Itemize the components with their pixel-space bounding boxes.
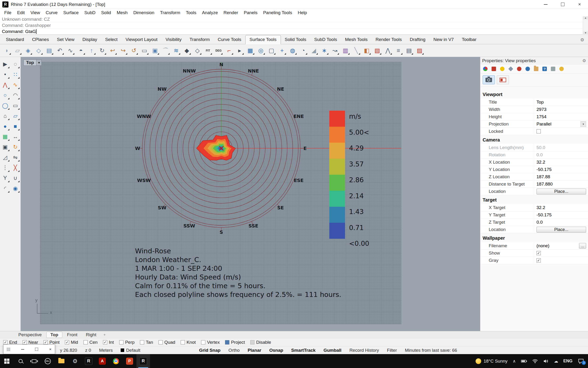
viewport-tab-top[interactable]: Top — [46, 332, 62, 338]
menu-transform[interactable]: Transform — [157, 9, 183, 16]
gray-checkbox[interactable] — [536, 258, 541, 263]
x-location-value[interactable]: 32.2 — [536, 160, 586, 165]
curve-arrow-icon[interactable]: ↝ — [330, 46, 339, 55]
task-view-button[interactable] — [27, 354, 41, 368]
circle-icon[interactable]: ○ — [0, 90, 10, 100]
menu-paneling-tools[interactable]: Paneling Tools — [260, 9, 295, 16]
title-value[interactable]: Top — [536, 100, 586, 105]
zigzag-curve-icon[interactable]: ⋀ — [383, 46, 392, 55]
width-value[interactable]: 2973 — [536, 107, 586, 112]
mini-popup-window[interactable]: × — [3, 344, 55, 354]
menu-panels[interactable]: Panels — [241, 9, 260, 16]
viewport-title-text[interactable]: Top — [24, 60, 36, 66]
osnap-cen[interactable]: Cen — [83, 340, 98, 345]
rotate-icon[interactable]: ↻ — [11, 142, 20, 152]
menu-edit[interactable]: Edit — [14, 9, 28, 16]
smarttrack-pane[interactable]: SmartTrack — [291, 348, 316, 353]
osnap-tan-checkbox[interactable] — [140, 340, 144, 344]
tab-display[interactable]: Display — [79, 35, 101, 44]
viewport-properties-button[interactable] — [497, 75, 509, 84]
menu-surface[interactable]: Surface — [61, 9, 81, 16]
walk-person-icon[interactable]: ◆ — [182, 46, 191, 55]
rhino-running-app-icon[interactable]: R — [136, 354, 150, 368]
lightbulb-icon[interactable] — [500, 66, 505, 72]
surface-plane-icon[interactable]: ▱ — [13, 46, 22, 55]
move-icon[interactable]: ↔ — [11, 132, 20, 141]
split-icon[interactable]: Y — [0, 173, 10, 183]
ortho-pane[interactable]: Ortho — [228, 348, 240, 353]
bell-icon[interactable] — [559, 66, 564, 72]
powerpoint-app-icon[interactable]: P — [123, 354, 136, 368]
z-location-value[interactable]: 187.88 — [536, 174, 586, 179]
height-value[interactable]: 1754 — [536, 114, 586, 119]
y-target-value[interactable]: -50.175 — [536, 212, 586, 218]
filter-pane[interactable]: Filter — [387, 348, 397, 353]
osnap-mid[interactable]: Mid — [65, 340, 78, 345]
show-checkbox[interactable] — [536, 251, 541, 255]
osnap-disable-checkbox[interactable] — [250, 340, 255, 344]
sweep-left-icon[interactable]: ↩ — [108, 46, 117, 55]
copy-icon[interactable]: ▣ — [0, 142, 10, 152]
menu-curve[interactable]: Curve — [43, 9, 61, 16]
location-place-button[interactable]: Place... — [536, 189, 586, 194]
minimize-button[interactable] — [537, 0, 554, 9]
chrome-app-icon[interactable] — [109, 354, 123, 368]
z-target-value[interactable]: 0.0 — [536, 220, 586, 225]
units-pane[interactable]: Meters — [99, 348, 113, 353]
viewport-title-label[interactable]: Top ▼ — [24, 60, 42, 66]
key-icon[interactable] — [508, 66, 513, 72]
target-circle-icon[interactable]: ◎ — [256, 46, 265, 55]
locked-checkbox[interactable] — [536, 129, 541, 133]
viewport-tab-perspective[interactable]: Perspective — [15, 332, 45, 338]
extrude-up-icon[interactable]: ↑ — [87, 46, 96, 55]
menu-render[interactable]: Render — [221, 9, 241, 16]
menu-file[interactable]: File — [1, 9, 14, 16]
point-icon[interactable]: • — [0, 70, 10, 79]
cylinder-icon[interactable]: ◍ — [288, 46, 297, 55]
osnap-cen-checkbox[interactable] — [83, 340, 88, 344]
menu-analyze[interactable]: Analyze — [199, 9, 221, 16]
surface-icon[interactable]: ▱ — [11, 111, 20, 120]
osnap-quad[interactable]: Quad — [158, 340, 175, 345]
pointer-select-icon[interactable]: ▶ — [0, 59, 10, 69]
acrobat-app-icon[interactable]: A — [96, 354, 109, 368]
eraser-icon[interactable] — [491, 66, 497, 72]
gumball-pane[interactable]: Gumball — [324, 348, 342, 353]
command-input-line[interactable]: Command:GtaG — [0, 28, 588, 35]
tab-new-in-v7[interactable]: New in V7 — [430, 35, 458, 44]
trim-icon[interactable]: ╳ — [11, 163, 20, 172]
tab-visibility[interactable]: Visibility — [162, 35, 185, 44]
tab-subd-tools[interactable]: SubD Tools — [310, 35, 341, 44]
layer-pane[interactable]: Default — [121, 348, 140, 353]
dashed-marquee-icon[interactable]: ▢ — [267, 46, 276, 55]
tab-render-tools[interactable]: Render Tools — [372, 35, 406, 44]
scale-icon[interactable]: ◿ — [0, 153, 10, 162]
curve-wave-icon[interactable]: ∿ — [66, 46, 75, 55]
maximize-button[interactable] — [554, 0, 571, 9]
filename-browse-button[interactable]: ... — [579, 243, 586, 249]
osnap-point[interactable]: Point — [44, 340, 60, 345]
grid-snap-pane[interactable]: Grid Snap — [199, 348, 221, 353]
free-curve-icon[interactable]: ∿ — [11, 80, 20, 90]
join-icon[interactable]: ∪ — [11, 173, 20, 183]
osnap-knot[interactable]: Knot — [181, 340, 196, 345]
osnap-int-checkbox[interactable] — [103, 340, 107, 344]
surface-from-3pt-icon[interactable]: ◗ — [2, 46, 11, 55]
osnap-project-checkbox[interactable] — [225, 340, 229, 344]
point-cloud-icon[interactable]: ∷ — [11, 70, 20, 79]
swirl-icon[interactable]: ↻ — [98, 46, 106, 55]
language-indicator[interactable]: ENG — [563, 359, 572, 364]
osnap-mid-checkbox[interactable] — [65, 340, 69, 344]
osnap-quad-checkbox[interactable] — [158, 340, 163, 344]
frame-corners-icon[interactable]: ▭ — [140, 46, 149, 55]
lens-length-mm-value[interactable]: 50.0 — [536, 145, 586, 150]
tab-cplanes[interactable]: CPlanes — [28, 35, 53, 44]
close-button[interactable]: × — [571, 0, 588, 9]
tab-surface-tools[interactable]: Surface Tools — [245, 35, 281, 44]
web-icon[interactable] — [525, 66, 530, 72]
bug-icon[interactable] — [517, 66, 522, 72]
battery-icon[interactable] — [521, 359, 527, 363]
new-viewport-tab-icon[interactable]: + — [101, 332, 108, 337]
arc-icon[interactable]: ◠ — [11, 90, 20, 100]
x-target-value[interactable]: 32.2 — [536, 205, 586, 210]
